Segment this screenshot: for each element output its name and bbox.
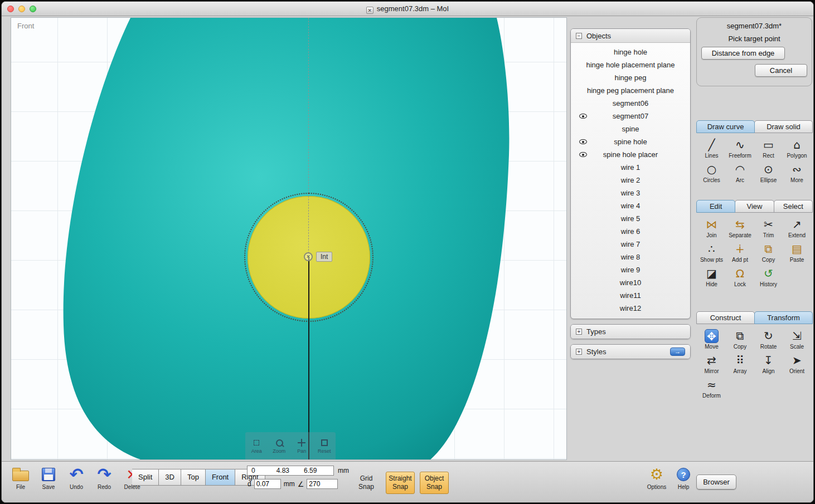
object-list-item[interactable]: wire 4 [571, 199, 690, 212]
tool-copy-transform[interactable]: ⧉ Copy [726, 329, 754, 350]
view-front-button[interactable]: Front [206, 469, 235, 486]
edit-tabs: Edit View Select [696, 200, 812, 213]
tool-more-curves[interactable]: ∾ More [783, 163, 811, 183]
cancel-button[interactable]: Cancel [755, 64, 807, 77]
object-list-item[interactable]: wire 1 [571, 161, 690, 174]
object-list-item[interactable]: spine hole [571, 135, 690, 148]
options-button[interactable]: Options [644, 466, 669, 490]
eye-icon[interactable] [579, 151, 587, 158]
objects-panel-header[interactable]: − Objects [571, 29, 690, 43]
tool-move[interactable]: ✥ Move [697, 329, 726, 350]
tool-scale[interactable]: ⇲ Scale [783, 329, 811, 350]
viewport-front[interactable]: Int Front Area Zoom Pan [11, 17, 567, 460]
tool-rect[interactable]: ▭ Rect [754, 138, 783, 159]
lines-icon: ╱ [705, 138, 719, 152]
object-label: wire 2 [621, 176, 641, 184]
view-3d-button[interactable]: 3D [159, 469, 181, 486]
tab-draw-curve[interactable]: Draw curve [696, 120, 755, 133]
tool-lock[interactable]: Ω Lock [726, 267, 754, 287]
save-button[interactable]: Save [36, 466, 61, 490]
tool-mirror[interactable]: ⇄ Mirror [697, 354, 726, 374]
array-icon: ⠿ [733, 354, 747, 368]
object-list-item[interactable]: wire 5 [571, 212, 690, 225]
redo-button[interactable]: Redo [92, 466, 117, 490]
file-tools: File Save Undo Redo [8, 466, 144, 490]
tool-lines[interactable]: ╱ Lines [697, 138, 726, 159]
draw-tabs: Draw curve Draw solid [696, 120, 812, 133]
object-list-item[interactable]: wire10 [571, 276, 690, 289]
tab-edit[interactable]: Edit [696, 200, 735, 213]
tool-polygon[interactable]: ⌂ Polygon [783, 138, 811, 159]
types-panel-header[interactable]: + Types [571, 325, 690, 339]
object-list-item[interactable]: wire12 [571, 302, 690, 315]
object-list-item[interactable]: wire 7 [571, 238, 690, 251]
tab-select[interactable]: Select [774, 200, 813, 213]
tool-hide[interactable]: ◪ Hide [697, 267, 726, 287]
add-point-icon: ∔ [733, 242, 747, 256]
distance-input[interactable] [254, 479, 281, 489]
pan-icon [297, 438, 306, 447]
styles-panel-header[interactable]: + Styles [571, 345, 690, 359]
object-list-item[interactable]: segment06 [571, 97, 690, 110]
help-button[interactable]: Help [671, 466, 696, 490]
tool-join[interactable]: ⋈ Join [697, 218, 726, 238]
tool-freeform[interactable]: ∿ Freeform [726, 138, 754, 159]
tool-align[interactable]: ↧ Align [754, 354, 783, 374]
expand-icon[interactable]: + [576, 349, 582, 355]
object-list-item[interactable]: wire11 [571, 289, 690, 302]
tool-ellipse[interactable]: ⊙ Ellipse [754, 163, 783, 183]
undo-button[interactable]: Undo [64, 466, 89, 490]
tab-transform[interactable]: Transform [754, 311, 813, 324]
tool-history[interactable]: ↺ History [754, 267, 783, 287]
eye-icon[interactable] [579, 112, 587, 120]
object-list-item[interactable]: wire 9 [571, 263, 690, 276]
object-list-item[interactable]: wire 6 [571, 225, 690, 238]
object-list-item[interactable]: segment07 [571, 110, 690, 123]
coordinate-readout[interactable]: 0 4.83 6.59 [247, 466, 334, 476]
object-list-item[interactable]: hinge peg [571, 71, 690, 84]
area-zoom-button[interactable]: Area [245, 432, 268, 459]
object-list-item[interactable]: spine hole placer [571, 148, 690, 161]
object-list-item[interactable]: hinge hole [571, 46, 690, 58]
object-snap-toggle[interactable]: Object Snap [420, 472, 449, 494]
expand-icon[interactable]: + [576, 329, 582, 335]
object-list-item[interactable]: hinge hole placement plane [571, 58, 690, 71]
object-list-item[interactable]: wire 8 [571, 251, 690, 263]
tab-construct[interactable]: Construct [696, 311, 755, 324]
tool-separate[interactable]: ⇆ Separate [726, 218, 754, 238]
tool-add-point[interactable]: ∔ Add pt [726, 242, 754, 263]
tool-orient[interactable]: ➤ Orient [783, 354, 811, 374]
tool-arc[interactable]: ◠ Arc [726, 163, 754, 183]
object-list-item[interactable]: wire 3 [571, 187, 690, 199]
file-button[interactable]: File [8, 466, 33, 490]
object-list-item[interactable]: wire 2 [571, 174, 690, 187]
tool-extend[interactable]: ↗ Extend [783, 218, 811, 238]
tab-draw-solid[interactable]: Draw solid [754, 120, 813, 133]
view-split-button[interactable]: Split [132, 469, 159, 486]
tool-array[interactable]: ⠿ Array [726, 354, 754, 374]
tool-rotate[interactable]: ↻ Rotate [754, 329, 783, 350]
pan-button[interactable]: Pan [290, 432, 313, 459]
grid-snap-toggle[interactable]: Grid Snap [352, 472, 381, 494]
object-list-item[interactable]: spine [571, 123, 690, 135]
tool-deform[interactable]: ≈ Deform [697, 378, 726, 399]
reset-view-button[interactable]: Reset [313, 432, 336, 459]
view-top-button[interactable]: Top [181, 469, 206, 486]
zoom-icon [275, 438, 284, 447]
styles-arrow-icon[interactable] [670, 348, 685, 356]
tool-trim[interactable]: ✂ Trim [754, 218, 783, 238]
angle-input[interactable] [307, 479, 338, 489]
distance-from-edge-button[interactable]: Distance from edge [701, 47, 785, 60]
tool-paste[interactable]: ▤ Paste [783, 242, 811, 263]
browser-button[interactable]: Browser [696, 474, 736, 490]
collapse-icon[interactable]: − [576, 33, 582, 39]
zoom-button[interactable]: Zoom [268, 432, 291, 459]
tool-circles[interactable]: ○ Circles [697, 163, 726, 183]
object-list-item[interactable]: hinge peg placement plane [571, 84, 690, 97]
straight-snap-toggle[interactable]: Straight Snap [386, 472, 415, 494]
tool-panel: segment07.3dm* Pick target point Distanc… [696, 16, 814, 460]
eye-icon[interactable] [579, 138, 587, 145]
tool-show-points[interactable]: ∴ Show pts [697, 242, 726, 263]
tool-copy[interactable]: ⧉ Copy [754, 242, 783, 263]
tab-view[interactable]: View [735, 200, 774, 213]
